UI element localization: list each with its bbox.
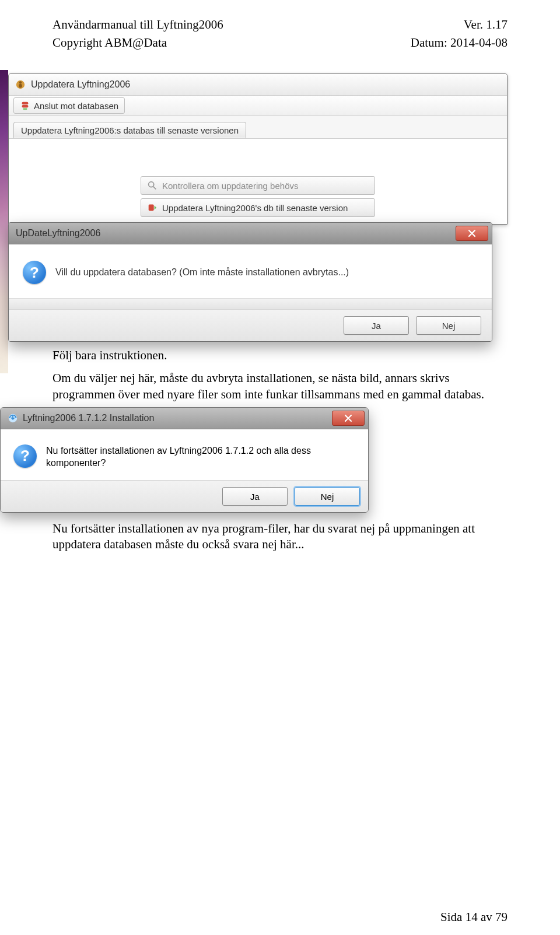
svg-point-1 xyxy=(19,81,22,84)
paragraph-if-no: Om du väljer nej här, måste du avbryta i… xyxy=(52,370,508,402)
page-header-line2: Copyright ABM@Data Datum: 2014-04-08 xyxy=(52,36,508,50)
page-header-line1: Användarmanual till Lyftning2006 Ver. 1.… xyxy=(52,17,508,32)
dialog-title: UpDateLyftning2006 xyxy=(16,228,100,239)
no-label: Nej xyxy=(321,492,334,502)
yes-label: Ja xyxy=(250,492,260,502)
tab-update-db[interactable]: Uppdatera Lyftning2006:s databas till se… xyxy=(13,122,246,138)
check-update-label: Kontrollera om uppdatering behövs xyxy=(162,181,298,191)
yes-label: Ja xyxy=(372,321,381,331)
header-version: Ver. 1.17 xyxy=(464,17,508,32)
install-dialog: Lyftning2006 1.7.1.2 Installation ? Nu f… xyxy=(0,407,369,513)
window-title: Uppdatera Lyftning2006 xyxy=(31,79,130,90)
app-icon xyxy=(15,79,26,90)
desktop-wallpaper-strip xyxy=(0,70,8,373)
no-button[interactable]: Nej xyxy=(295,487,360,506)
toolbar-row: Anslut mot databasen xyxy=(9,96,507,116)
yes-button[interactable]: Ja xyxy=(344,316,409,335)
connect-db-button[interactable]: Anslut mot databasen xyxy=(13,97,125,114)
connect-db-label: Anslut mot databasen xyxy=(34,101,118,111)
dialog-body: ? Nu fortsätter installationen av Lyftni… xyxy=(1,429,368,480)
dialog-footer: Ja Nej xyxy=(1,480,368,512)
dialog-close-button[interactable] xyxy=(332,411,365,426)
dialog-message: Vill du uppdatera databasen? (Om inte må… xyxy=(55,267,349,278)
dialog-footer: Ja Nej xyxy=(9,309,492,341)
database-icon xyxy=(20,100,30,111)
yes-button[interactable]: Ja xyxy=(222,487,288,506)
paragraph-continue-install: Nu fortsätter installationen av nya prog… xyxy=(52,521,508,553)
svg-rect-2 xyxy=(19,84,22,87)
installer-icon xyxy=(8,413,18,423)
screenshot-install-dialog: Lyftning2006 1.7.1.2 Installation ? Nu f… xyxy=(0,407,508,513)
question-icon: ? xyxy=(23,261,46,284)
app-window: Uppdatera Lyftning2006 Anslut mot databa… xyxy=(8,73,508,225)
dialog-titlebar: UpDateLyftning2006 xyxy=(9,223,492,244)
dialog-title: Lyftning2006 1.7.1.2 Installation xyxy=(23,413,154,423)
check-update-button[interactable]: Kontrollera om uppdatering behövs xyxy=(141,176,375,195)
dialog-message: Nu fortsätter installationen av Lyftning… xyxy=(46,444,355,470)
svg-rect-4 xyxy=(22,105,29,108)
close-icon xyxy=(344,414,352,422)
action-buttons: Kontrollera om uppdatering behövs Uppdat… xyxy=(9,174,507,224)
dialog-close-button[interactable] xyxy=(456,226,488,241)
dialog-titlebar: Lyftning2006 1.7.1.2 Installation xyxy=(1,408,368,429)
dialog-separator xyxy=(9,298,492,309)
no-button[interactable]: Nej xyxy=(416,316,481,335)
svg-point-6 xyxy=(149,182,154,187)
window-client-area xyxy=(9,139,507,174)
svg-rect-3 xyxy=(22,102,29,105)
header-date: Datum: 2014-04-08 xyxy=(411,36,508,50)
svg-rect-5 xyxy=(23,108,27,110)
svg-line-7 xyxy=(153,187,156,190)
screenshot-update-window: Uppdatera Lyftning2006 Anslut mot databa… xyxy=(0,73,508,342)
confirm-dialog: UpDateLyftning2006 ? Vill du uppdatera d… xyxy=(8,222,492,342)
search-icon xyxy=(147,180,158,191)
tab-label: Uppdatera Lyftning2006:s databas till se… xyxy=(21,125,239,135)
close-icon xyxy=(468,229,476,237)
header-title: Användarmanual till Lyftning2006 xyxy=(52,17,223,32)
update-db-icon xyxy=(147,202,158,213)
question-icon: ? xyxy=(13,444,37,468)
no-label: Nej xyxy=(442,321,456,331)
svg-rect-8 xyxy=(149,205,154,211)
header-copyright: Copyright ABM@Data xyxy=(52,36,167,50)
document-page: Användarmanual till Lyftning2006 Ver. 1.… xyxy=(0,0,560,553)
window-titlebar: Uppdatera Lyftning2006 xyxy=(9,74,507,96)
paragraph-follow-instruction: Följ bara instruktionen. xyxy=(52,348,508,363)
page-footer: Sida 14 av 79 xyxy=(440,910,508,925)
perform-update-label: Uppdatera Lyftning2006's db till senaste… xyxy=(162,203,348,213)
tab-strip: Uppdatera Lyftning2006:s databas till se… xyxy=(9,116,507,139)
perform-update-button[interactable]: Uppdatera Lyftning2006's db till senaste… xyxy=(141,198,375,217)
dialog-body: ? Vill du uppdatera databasen? (Om inte … xyxy=(9,244,492,298)
